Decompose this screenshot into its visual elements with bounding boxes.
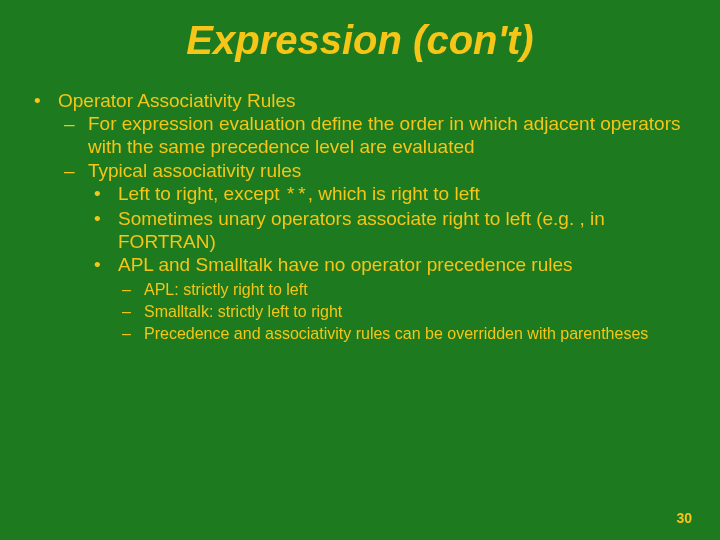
bullet-text: APL and Smalltalk have no operator prece…: [118, 254, 573, 275]
page-number: 30: [676, 510, 692, 526]
list-item: Left to right, except **, which is right…: [88, 182, 692, 207]
list-item: Smalltalk: strictly left to right: [118, 302, 692, 322]
bullet-text: Typical associativity rules: [88, 160, 301, 181]
list-item: APL and Smalltalk have no operator prece…: [88, 253, 692, 344]
bullet-list-lvl1: Operator Associativity Rules For express…: [28, 89, 692, 344]
bullet-text: Left to right, except: [118, 183, 285, 204]
bullet-text: Precedence and associativity rules can b…: [144, 325, 648, 342]
bullet-list-lvl3: Left to right, except **, which is right…: [88, 182, 692, 345]
bullet-text: For expression evaluation define the ord…: [88, 113, 681, 157]
list-item: Precedence and associativity rules can b…: [118, 324, 692, 344]
list-item: Sometimes unary operators associate righ…: [88, 207, 692, 253]
bullet-list-lvl4: APL: strictly right to left Smalltalk: s…: [118, 280, 692, 344]
bullet-text: Operator Associativity Rules: [58, 90, 296, 111]
bullet-text: Smalltalk: strictly left to right: [144, 303, 342, 320]
list-item: APL: strictly right to left: [118, 280, 692, 300]
slide-title: Expression (con't): [28, 18, 692, 63]
bullet-list-lvl2: For expression evaluation define the ord…: [58, 112, 692, 344]
list-item: Operator Associativity Rules For express…: [28, 89, 692, 344]
list-item: Typical associativity rules Left to righ…: [58, 159, 692, 345]
list-item: For expression evaluation define the ord…: [58, 112, 692, 158]
bullet-text: APL: strictly right to left: [144, 281, 308, 298]
code-text: **: [285, 184, 308, 206]
bullet-text: , which is right to left: [308, 183, 480, 204]
bullet-text: Sometimes unary operators associate righ…: [118, 208, 605, 252]
